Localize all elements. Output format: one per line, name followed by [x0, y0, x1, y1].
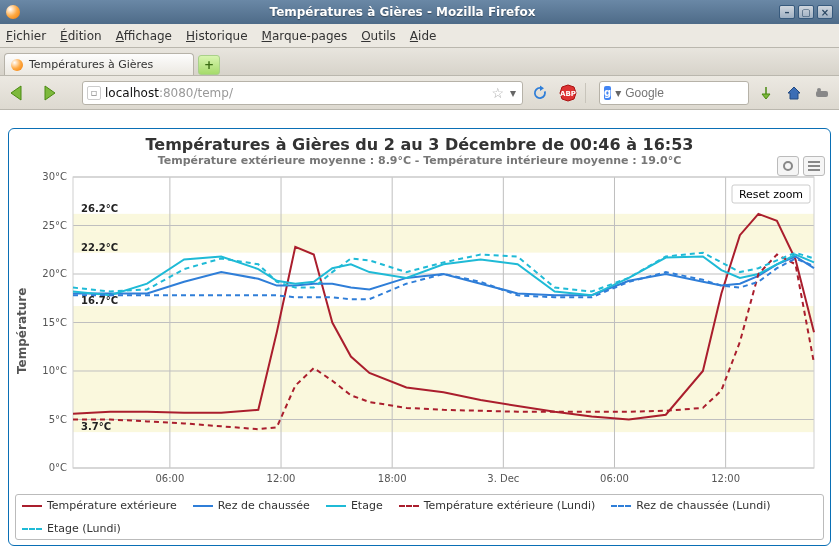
- menu-edition[interactable]: Édition: [60, 24, 102, 47]
- addon-icon[interactable]: [811, 82, 833, 104]
- url-path: /temp/: [193, 86, 232, 100]
- search-engine-icon[interactable]: g: [604, 86, 611, 100]
- svg-text:10°C: 10°C: [42, 365, 67, 376]
- svg-text:ABP: ABP: [560, 90, 576, 98]
- svg-text:18:00: 18:00: [378, 473, 407, 484]
- chart-title: Températures à Gières du 2 au 3 Décembre…: [13, 135, 826, 154]
- menu-aide[interactable]: Aide: [410, 24, 437, 47]
- downloads-button[interactable]: [755, 82, 777, 104]
- svg-point-9: [817, 88, 821, 92]
- svg-marker-1: [45, 86, 55, 100]
- url-bar[interactable]: ▫ localhost:8080/temp/ ☆ ▾: [82, 81, 523, 105]
- svg-text:06:00: 06:00: [600, 473, 629, 484]
- tab-label: Températures à Gières: [29, 58, 153, 71]
- maximize-button[interactable]: ▢: [798, 5, 814, 19]
- svg-rect-8: [816, 91, 828, 97]
- reset-zoom-button: Reset zoom: [739, 188, 803, 201]
- legend-label: Etage (Lundi): [47, 522, 121, 535]
- chart-header: Températures à Gières du 2 au 3 Décembre…: [13, 133, 826, 171]
- y-axis-label: Température: [13, 171, 31, 490]
- svg-text:16.7°C: 16.7°C: [81, 295, 118, 306]
- svg-rect-11: [73, 214, 814, 253]
- search-engine-dropdown[interactable]: ▾: [615, 88, 621, 98]
- svg-text:3.7°C: 3.7°C: [81, 421, 111, 432]
- menu-historique[interactable]: Historique: [186, 24, 248, 47]
- svg-text:06:00: 06:00: [155, 473, 184, 484]
- search-box[interactable]: g ▾: [599, 81, 749, 105]
- legend-label: Température extérieure: [47, 499, 177, 512]
- url-port: :8080: [159, 86, 194, 100]
- legend-swatch: [611, 505, 631, 507]
- back-button[interactable]: [6, 81, 32, 105]
- legend-item-etage_lundi[interactable]: Etage (Lundi): [22, 522, 121, 535]
- window-titlebar: Températures à Gières - Mozilla Firefox …: [0, 0, 839, 24]
- svg-text:30°C: 30°C: [42, 171, 67, 182]
- svg-text:22.2°C: 22.2°C: [81, 242, 118, 253]
- svg-marker-6: [762, 87, 770, 99]
- reload-button[interactable]: [529, 82, 551, 104]
- url-host: localhost: [105, 86, 159, 100]
- adblock-icon[interactable]: ABP: [557, 82, 579, 104]
- plot-area[interactable]: 0°C5°C10°C15°C20°C25°C30°C06:0012:0018:0…: [31, 171, 826, 490]
- home-button[interactable]: [783, 82, 805, 104]
- close-button[interactable]: ×: [817, 5, 833, 19]
- identity-icon[interactable]: ▫: [87, 86, 101, 100]
- menu-affichage[interactable]: Affichage: [116, 24, 172, 47]
- legend-item-rdc[interactable]: Rez de chaussée: [193, 499, 310, 512]
- chart-legend: Température extérieureRez de chausséeEta…: [15, 494, 824, 540]
- legend-label: Etage: [351, 499, 383, 512]
- legend-item-rdc_lundi[interactable]: Rez de chaussée (Lundi): [611, 499, 770, 512]
- svg-marker-7: [788, 87, 800, 99]
- svg-text:25°C: 25°C: [42, 220, 67, 231]
- legend-swatch: [399, 505, 419, 507]
- page-content: Températures à Gières du 2 au 3 Décembre…: [0, 110, 839, 554]
- new-tab-button[interactable]: +: [198, 55, 220, 75]
- svg-text:12:00: 12:00: [711, 473, 740, 484]
- svg-text:5°C: 5°C: [49, 414, 67, 425]
- legend-label: Rez de chaussée: [218, 499, 310, 512]
- svg-text:0°C: 0°C: [49, 462, 67, 473]
- navigation-toolbar: ▫ localhost:8080/temp/ ☆ ▾ ABP g ▾: [0, 76, 839, 110]
- url-text: localhost:8080/temp/: [105, 86, 233, 100]
- legend-label: Température extérieure (Lundi): [424, 499, 596, 512]
- window-title: Températures à Gières - Mozilla Firefox: [26, 5, 779, 19]
- tab-strip: Températures à Gières +: [0, 48, 839, 76]
- chart-body: Température 0°C5°C10°C15°C20°C25°C30°C06…: [13, 171, 826, 490]
- window-controls: – ▢ ×: [779, 5, 833, 19]
- menu-bar: FichierÉditionAffichageHistoriqueMarque-…: [0, 24, 839, 48]
- menu-fichier[interactable]: Fichier: [6, 24, 46, 47]
- chart-subtitle: Température extérieure moyenne : 8.9°C -…: [13, 154, 826, 167]
- chart-container: Températures à Gières du 2 au 3 Décembre…: [8, 128, 831, 546]
- legend-item-ext[interactable]: Température extérieure: [22, 499, 177, 512]
- search-input[interactable]: [625, 86, 775, 100]
- tab-favicon: [11, 59, 23, 71]
- svg-text:26.2°C: 26.2°C: [81, 203, 118, 214]
- menu-outils[interactable]: Outils: [361, 24, 396, 47]
- svg-text:12:00: 12:00: [267, 473, 296, 484]
- svg-text:3. Dec: 3. Dec: [487, 473, 519, 484]
- url-dropdown-icon[interactable]: ▾: [508, 88, 518, 98]
- svg-text:20°C: 20°C: [42, 268, 67, 279]
- bookmark-star-icon[interactable]: ☆: [491, 85, 504, 101]
- firefox-icon: [6, 5, 20, 19]
- menu-marquepages[interactable]: Marque-pages: [262, 24, 348, 47]
- forward-button[interactable]: [38, 81, 64, 105]
- svg-marker-0: [11, 86, 21, 100]
- legend-swatch: [22, 505, 42, 507]
- legend-label: Rez de chaussée (Lundi): [636, 499, 770, 512]
- legend-swatch: [326, 505, 346, 507]
- legend-swatch: [193, 505, 213, 507]
- tab-active[interactable]: Températures à Gières: [4, 53, 194, 75]
- minimize-button[interactable]: –: [779, 5, 795, 19]
- legend-item-ext_lundi[interactable]: Température extérieure (Lundi): [399, 499, 596, 512]
- legend-item-etage[interactable]: Etage: [326, 499, 383, 512]
- svg-text:15°C: 15°C: [42, 317, 67, 328]
- legend-swatch: [22, 528, 42, 530]
